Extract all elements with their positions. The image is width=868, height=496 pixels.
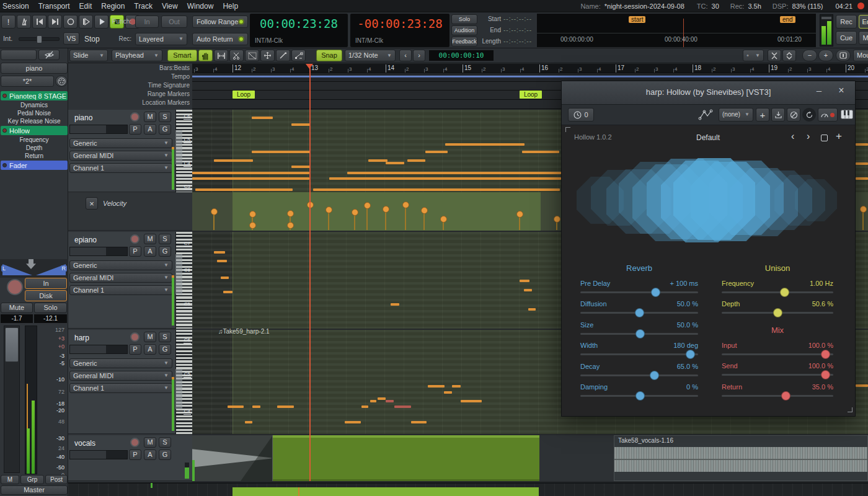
- automation-button[interactable]: A: [144, 246, 156, 257]
- strip-m-button[interactable]: M: [1, 475, 19, 484]
- menu-track[interactable]: Track: [134, 2, 153, 11]
- vocals-region-fadeout[interactable]: [192, 435, 273, 481]
- midi-note[interactable]: [214, 159, 253, 162]
- track-name[interactable]: vocals: [74, 439, 95, 448]
- midi-note[interactable]: [370, 400, 376, 402]
- stereo-panner[interactable]: L R: [0, 259, 68, 278]
- record-mode-select[interactable]: Layered▼: [135, 33, 187, 45]
- velocity-lollipop[interactable]: [554, 216, 560, 223]
- playlist-button[interactable]: P: [129, 124, 141, 135]
- edit-point-select[interactable]: Playhead▼: [112, 50, 162, 61]
- midi-note-selected[interactable]: [394, 405, 411, 408]
- midi-device-select[interactable]: Generic▼: [69, 138, 172, 148]
- summary-region[interactable]: [232, 487, 539, 496]
- latency-button[interactable]: 0: [568, 108, 594, 122]
- automation-depth[interactable]: Depth: [1, 144, 68, 152]
- param-slider-track[interactable]: [580, 374, 698, 376]
- mini-timeline[interactable]: start end 00:00:00:00 00:00:40:00 00:01:…: [537, 14, 816, 47]
- param-slider-knob[interactable]: [636, 391, 645, 401]
- track-header-vocals[interactable]: vocalsMSPAG: [68, 435, 192, 481]
- edit-mode-select[interactable]: Slide▼: [69, 50, 108, 61]
- track-name[interactable]: epiano: [74, 236, 97, 244]
- preset-select[interactable]: (none)▼: [719, 108, 753, 122]
- midi-keyboard-icon[interactable]: [841, 110, 853, 119]
- param-slider-knob[interactable]: [821, 350, 830, 359]
- record-enable-button[interactable]: [130, 234, 140, 244]
- velocity-lollipop[interactable]: [287, 210, 294, 217]
- shuttle-slider[interactable]: [19, 37, 60, 41]
- zoom-fit-button[interactable]: [836, 50, 851, 61]
- param-slider-track[interactable]: [580, 353, 698, 355]
- automation-pedal-noise[interactable]: Pedal Noise: [1, 110, 68, 117]
- solo-button[interactable]: S: [159, 332, 171, 342]
- velocity-lollipop[interactable]: [287, 222, 294, 229]
- mouse-mode-select[interactable]: Mouse: [853, 50, 868, 61]
- midi-note[interactable]: [252, 117, 273, 119]
- primary-clock-source[interactable]: INT/M-Clk: [255, 37, 283, 44]
- midi-note[interactable]: [195, 188, 293, 191]
- draw-tool[interactable]: [276, 50, 290, 61]
- track-header-piano[interactable]: pianoMSPAGGeneric▼General MIDI▼Channel 1…: [68, 110, 175, 192]
- midi-note[interactable]: [368, 159, 388, 162]
- automation-key-release-noise[interactable]: Key Release Noise: [1, 118, 68, 125]
- nudge-back-button[interactable]: ‹: [399, 50, 412, 61]
- processor-pianoteq-8-stage[interactable]: Pianoteq 8 STAGE: [1, 91, 68, 100]
- processor-fader[interactable]: Fader: [1, 161, 68, 170]
- midi-note[interactable]: [856, 143, 868, 146]
- automation-button[interactable]: A: [144, 450, 156, 460]
- group-button[interactable]: G: [159, 344, 171, 355]
- mute-button[interactable]: M: [144, 332, 156, 342]
- param-slider-knob[interactable]: [773, 308, 782, 317]
- monitor-disk-button[interactable]: Disk: [25, 290, 67, 301]
- record-enable-button[interactable]: [130, 438, 140, 447]
- minimize-button[interactable]: –: [813, 85, 825, 97]
- param-slider-knob[interactable]: [650, 371, 659, 380]
- menu-window[interactable]: Window: [187, 2, 214, 11]
- start-marker[interactable]: start: [629, 16, 645, 23]
- auto-play-button[interactable]: [79, 15, 93, 29]
- gain-fader-handle[interactable]: [5, 327, 19, 362]
- midi-note[interactable]: [391, 303, 399, 306]
- preset-add-button[interactable]: +: [836, 130, 842, 143]
- param-slider-knob[interactable]: [636, 329, 645, 339]
- midi-mode-select[interactable]: General MIDI▼: [69, 371, 172, 381]
- grid-select[interactable]: 1/32 Note▼: [345, 50, 396, 61]
- midi-note[interactable]: [252, 151, 310, 153]
- smart-mode-button[interactable]: Smart: [167, 50, 197, 61]
- param-slider-knob[interactable]: [781, 391, 790, 401]
- velocity-lollipop[interactable]: [249, 211, 256, 218]
- range-tool[interactable]: [214, 50, 228, 61]
- playlist-button[interactable]: P: [129, 246, 141, 257]
- reset-button[interactable]: [802, 108, 816, 122]
- move-tool[interactable]: [260, 50, 275, 61]
- param-slider-track[interactable]: [722, 353, 833, 355]
- automation-dynamics[interactable]: Dynamics: [1, 102, 68, 109]
- record-enable-button[interactable]: [130, 112, 140, 122]
- midi-panic-button[interactable]: !: [1, 15, 16, 29]
- menu-edit[interactable]: Edit: [79, 2, 92, 11]
- midi-mode-select[interactable]: General MIDI▼: [69, 151, 172, 161]
- midi-note[interactable]: [386, 162, 404, 164]
- midi-note[interactable]: [522, 151, 559, 153]
- midi-note[interactable]: [291, 123, 310, 126]
- gain-display[interactable]: -1.7: [1, 314, 33, 323]
- midi-channel-button[interactable]: *2*: [1, 76, 54, 87]
- menu-help[interactable]: Help: [223, 2, 238, 11]
- nudge-forward-button[interactable]: ›: [413, 50, 425, 61]
- playlist-button[interactable]: P: [129, 344, 141, 355]
- midi-device-select[interactable]: Generic▼: [69, 260, 172, 270]
- midi-note[interactable]: [528, 308, 536, 311]
- edit-page-button[interactable]: Edit: [859, 15, 868, 29]
- cue-page-button[interactable]: Cue: [836, 31, 857, 45]
- rec-page-button[interactable]: Rec: [836, 15, 857, 29]
- menu-view[interactable]: View: [162, 2, 178, 11]
- midi-note[interactable]: [192, 172, 309, 174]
- keyboard-scroller-harp[interactable]: [175, 369, 182, 409]
- midi-device-select[interactable]: Generic▼: [69, 358, 172, 368]
- follow-range-button[interactable]: Follow Range: [192, 16, 248, 28]
- keyboard-scroller-epiano[interactable]: [175, 254, 182, 294]
- solo-button[interactable]: S: [159, 112, 171, 122]
- cut-tool[interactable]: [229, 50, 244, 61]
- velocity-lollipop[interactable]: [364, 202, 371, 209]
- nudge-clock[interactable]: 00:00:00:10: [429, 50, 494, 61]
